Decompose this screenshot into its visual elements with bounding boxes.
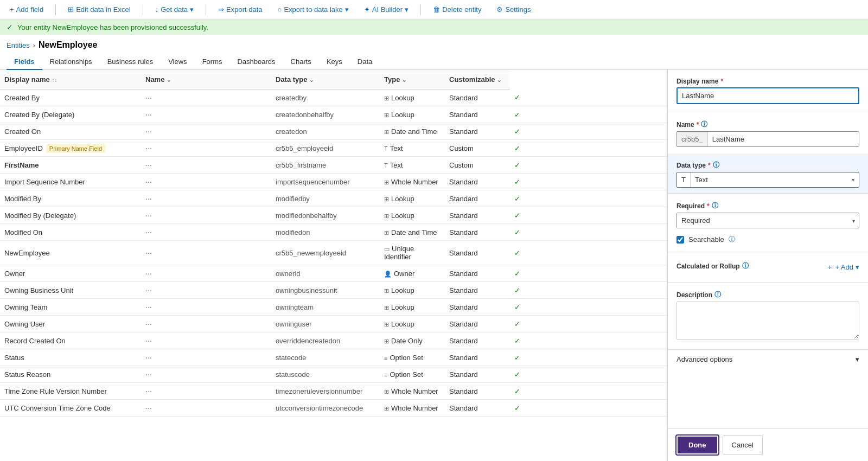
- row-customizable: ✓: [510, 190, 667, 207]
- row-customizable: ✓: [510, 106, 667, 123]
- done-button[interactable]: Done: [676, 436, 718, 454]
- tab-data[interactable]: Data: [350, 54, 380, 70]
- row-customizable: ✓: [510, 157, 667, 174]
- checkmark-icon: ✓: [514, 127, 520, 136]
- row-actions[interactable]: ···: [141, 190, 271, 207]
- required-section: Required * ⓘ Optional Required Business …: [668, 194, 868, 252]
- row-name: statuscode: [271, 366, 380, 383]
- add-calculated-button[interactable]: + + Add ▾: [828, 260, 859, 274]
- row-display-name: Status: [0, 349, 141, 366]
- row-actions[interactable]: ···: [141, 123, 271, 140]
- row-menu-icon[interactable]: ···: [145, 269, 152, 278]
- row-customizable: ✓: [510, 366, 667, 383]
- description-textarea[interactable]: [676, 302, 859, 340]
- row-menu-icon[interactable]: ···: [145, 353, 152, 362]
- edit-excel-button[interactable]: ⊞ Edit data in Excel: [65, 3, 133, 16]
- data-type-select[interactable]: Text Whole Number Decimal Number Date an…: [691, 172, 847, 187]
- delete-entity-button[interactable]: 🗑 Delete entity: [430, 3, 484, 16]
- display-name-input[interactable]: [676, 87, 859, 104]
- table-row: UTC Conversion Time Zone Code ···utcconv…: [0, 400, 667, 417]
- trash-icon: 🗑: [433, 5, 440, 14]
- row-actions[interactable]: ···: [141, 241, 271, 265]
- row-actions[interactable]: ···: [141, 383, 271, 400]
- row-actions[interactable]: ···: [141, 174, 271, 190]
- row-menu-icon[interactable]: ···: [145, 286, 152, 294]
- tab-relationships[interactable]: Relationships: [42, 54, 100, 70]
- row-type: Standard: [445, 366, 510, 383]
- col-header-customizable[interactable]: Customizable ⌄: [445, 70, 510, 89]
- get-data-button[interactable]: ↓ Get data ▾: [152, 3, 197, 16]
- required-label: Required * ⓘ: [676, 201, 859, 210]
- row-menu-icon[interactable]: ···: [145, 161, 152, 169]
- row-menu-icon[interactable]: ···: [145, 248, 152, 257]
- row-actions[interactable]: ···: [141, 106, 271, 123]
- searchable-info-icon[interactable]: ⓘ: [729, 235, 735, 244]
- row-menu-icon[interactable]: ···: [145, 303, 152, 311]
- row-actions[interactable]: ···: [141, 157, 271, 174]
- row-data-type: ⊞Whole Number: [380, 174, 445, 190]
- row-menu-icon[interactable]: ···: [145, 177, 152, 186]
- settings-button[interactable]: ⚙ Settings: [493, 3, 534, 16]
- row-menu-icon[interactable]: ···: [145, 228, 152, 236]
- row-actions[interactable]: ···: [141, 366, 271, 383]
- tab-views[interactable]: Views: [161, 54, 194, 70]
- row-actions[interactable]: ···: [141, 316, 271, 332]
- name-input[interactable]: [708, 132, 859, 146]
- name-info-icon[interactable]: ⓘ: [701, 120, 707, 129]
- row-menu-icon[interactable]: ···: [145, 404, 152, 412]
- row-type: Standard: [445, 316, 510, 332]
- row-menu-icon[interactable]: ···: [145, 336, 152, 345]
- calculated-label: Calculated or Rollup ⓘ: [676, 261, 749, 271]
- row-menu-icon[interactable]: ···: [145, 127, 152, 136]
- col-header-data-type[interactable]: Data type ⌄: [271, 70, 380, 89]
- ai-builder-button[interactable]: ✦ AI Builder ▾: [361, 3, 412, 16]
- row-actions[interactable]: ···: [141, 265, 271, 282]
- col-header-display-name[interactable]: Display name ↑↓: [0, 70, 141, 89]
- col-header-name[interactable]: Name ⌄: [141, 70, 271, 89]
- table-row: Created By (Delegate) ···createdonbehalf…: [0, 106, 667, 123]
- required-info-icon[interactable]: ⓘ: [712, 201, 718, 210]
- row-data-type: ⊞Lookup: [380, 299, 445, 316]
- tab-keys[interactable]: Keys: [319, 54, 350, 70]
- row-actions[interactable]: ···: [141, 282, 271, 299]
- tab-charts[interactable]: Charts: [283, 54, 319, 70]
- row-actions[interactable]: ···: [141, 332, 271, 349]
- advanced-options-toggle[interactable]: Advanced options ▾: [668, 349, 868, 369]
- dtype-info-icon[interactable]: ⓘ: [713, 161, 719, 170]
- description-info-icon[interactable]: ⓘ: [714, 290, 721, 299]
- tab-fields[interactable]: Fields: [7, 54, 42, 70]
- row-menu-icon[interactable]: ···: [145, 194, 152, 203]
- calculated-info-icon[interactable]: ⓘ: [742, 261, 749, 271]
- row-actions[interactable]: ···: [141, 299, 271, 316]
- row-menu-icon[interactable]: ···: [145, 387, 152, 395]
- row-menu-icon[interactable]: ···: [145, 144, 152, 152]
- tab-business-rules[interactable]: Business rules: [100, 54, 161, 70]
- row-actions[interactable]: ···: [141, 400, 271, 417]
- row-actions[interactable]: ···: [141, 224, 271, 241]
- row-menu-icon[interactable]: ···: [145, 370, 152, 379]
- export-data-button[interactable]: ⇒ Export data: [215, 3, 266, 16]
- add-field-button[interactable]: + Add field: [7, 3, 47, 16]
- row-menu-icon[interactable]: ···: [145, 211, 152, 220]
- sort-icon-custom: ⌄: [497, 77, 501, 83]
- row-actions[interactable]: ···: [141, 349, 271, 366]
- data-type-dropdown-arrow: ▾: [847, 174, 859, 186]
- searchable-checkbox[interactable]: [676, 236, 684, 244]
- row-menu-icon[interactable]: ···: [145, 319, 152, 328]
- data-type-icon: ⊞: [384, 112, 389, 118]
- export-lake-button[interactable]: ○ Export to data lake ▾: [275, 3, 352, 16]
- row-display-name: Record Created On: [0, 332, 141, 349]
- row-actions[interactable]: ···: [141, 140, 271, 157]
- row-display-name: Owner: [0, 265, 141, 282]
- tab-forms[interactable]: Forms: [195, 54, 230, 70]
- row-menu-icon[interactable]: ···: [145, 110, 152, 119]
- breadcrumb-parent[interactable]: Entities: [7, 41, 30, 49]
- cancel-button[interactable]: Cancel: [723, 436, 763, 454]
- col-header-type[interactable]: Type ⌄: [380, 70, 445, 89]
- row-actions[interactable]: ···: [141, 89, 271, 106]
- required-select[interactable]: Optional Required Business Required: [676, 213, 859, 228]
- searchable-row: Searchable ⓘ: [676, 235, 859, 244]
- row-actions[interactable]: ···: [141, 207, 271, 224]
- row-menu-icon[interactable]: ···: [145, 93, 152, 102]
- tab-dashboards[interactable]: Dashboards: [229, 54, 283, 70]
